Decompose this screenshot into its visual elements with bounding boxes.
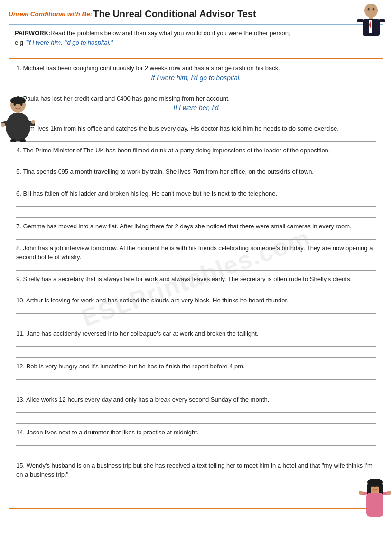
question-13: 13. Alice works 12 hours every day and o… bbox=[16, 395, 376, 424]
question-11: 11. Jane has accidently reversed into he… bbox=[16, 329, 376, 358]
question-14-text: 14. Jason lives next to a drummer that l… bbox=[16, 428, 376, 437]
question-2-line bbox=[16, 113, 376, 120]
question-8-line bbox=[16, 263, 376, 271]
question-15-text: 15. Wendy's husband is on a business tri… bbox=[16, 461, 376, 480]
question-1-text: 1. Michael has been coughing continuousl… bbox=[16, 64, 376, 73]
question-14: 14. Jason lives next to a drummer that l… bbox=[16, 428, 376, 457]
svg-point-19 bbox=[14, 103, 16, 106]
question-6: 6. Bill has fallen off his ladder and br… bbox=[16, 189, 376, 218]
question-3-text: 3. Tom lives 1km from his office and cat… bbox=[16, 124, 376, 133]
question-7: 7. Gemma has moved into a new flat. Afte… bbox=[16, 222, 376, 240]
question-5: 5. Tina spends €95 a month travelling to… bbox=[16, 167, 376, 185]
page-header: Unreal Conditional with Be: The Unreal C… bbox=[9, 9, 383, 19]
question-10-line bbox=[16, 306, 376, 314]
question-3-line bbox=[16, 134, 376, 142]
question-12-line bbox=[16, 372, 376, 380]
pairwork-instruction-box: PAIRWORK:Read the problems below and the… bbox=[9, 24, 383, 51]
question-11-line bbox=[16, 339, 376, 347]
question-6-line2 bbox=[16, 210, 376, 218]
decorative-person-right bbox=[359, 479, 391, 532]
question-15: 15. Wendy's husband is on a business tri… bbox=[16, 461, 376, 499]
svg-point-33 bbox=[377, 485, 379, 487]
svg-rect-22 bbox=[20, 139, 26, 142]
question-5-text: 5. Tina spends €95 a month travelling to… bbox=[16, 167, 376, 177]
header-title: The Unreal Conditional Advisor Test bbox=[93, 9, 256, 19]
question-15-line2 bbox=[16, 492, 376, 499]
question-7-line bbox=[16, 232, 376, 240]
question-9: 9. Shelly has a secretary that is always… bbox=[16, 274, 376, 292]
question-6-text: 6. Bill has fallen off his ladder and br… bbox=[16, 189, 376, 198]
pairwork-text: Read the problems below and then say wha… bbox=[50, 29, 290, 37]
question-11-text: 11. Jane has accidently reversed into he… bbox=[16, 329, 376, 339]
question-1-line bbox=[16, 83, 376, 90]
question-5-line bbox=[16, 178, 376, 185]
question-2: 2. Paula has lost her credit card and €4… bbox=[16, 94, 376, 121]
question-10-text: 10. Arthur is leaving for work and has n… bbox=[16, 296, 376, 305]
svg-point-11 bbox=[373, 8, 374, 10]
question-12: 12. Bob is very hungry and it's lunchtim… bbox=[16, 362, 376, 391]
question-6-line bbox=[16, 199, 376, 207]
question-13-line bbox=[16, 405, 376, 413]
question-8: 8. John has a job interview tomorrow. At… bbox=[16, 244, 376, 271]
question-4: 4. The Prime Minister of The UK has been… bbox=[16, 146, 376, 164]
question-4-text: 4. The Prime Minister of The UK has been… bbox=[16, 146, 376, 155]
svg-point-7 bbox=[369, 14, 373, 18]
svg-point-32 bbox=[371, 485, 373, 487]
svg-point-14 bbox=[6, 113, 30, 141]
svg-rect-21 bbox=[10, 139, 16, 142]
question-4-line bbox=[16, 156, 376, 163]
question-11-line2 bbox=[16, 350, 376, 358]
question-9-text: 9. Shelly has a secretary that is always… bbox=[16, 274, 376, 284]
svg-point-20 bbox=[20, 103, 23, 106]
svg-point-10 bbox=[368, 8, 370, 10]
question-1: 1. Michael has been coughing continuousl… bbox=[16, 64, 376, 90]
question-2-text: 2. Paula has lost her credit card and €4… bbox=[16, 94, 376, 103]
question-13-text: 13. Alice works 12 hours every day and o… bbox=[16, 395, 376, 404]
question-12-line2 bbox=[16, 384, 376, 391]
header-subtitle: Unreal Conditional with Be: bbox=[9, 10, 92, 18]
pairwork-example-prefix: e.g bbox=[15, 39, 25, 46]
question-8-text: 8. John has a job interview tomorrow. At… bbox=[16, 244, 376, 262]
pairwork-example: "If I were him, I'd go to hospital." bbox=[25, 39, 113, 46]
question-10-line2 bbox=[16, 318, 376, 325]
question-2-answer: If I were her, I'd bbox=[16, 104, 376, 112]
decorative-person-left bbox=[1, 97, 35, 144]
question-10: 10. Arthur is leaving for work and has n… bbox=[16, 296, 376, 325]
question-3: 3. Tom lives 1km from his office and cat… bbox=[16, 124, 376, 142]
pairwork-label: PAIRWORK: bbox=[15, 29, 50, 37]
svg-rect-6 bbox=[379, 19, 385, 22]
question-13-line2 bbox=[16, 416, 376, 424]
question-1-answer: If I were him, I'd go to hospital. bbox=[16, 74, 376, 82]
question-9-line bbox=[16, 284, 376, 292]
decorative-person-top-right bbox=[353, 4, 385, 39]
question-12-text: 12. Bob is very hungry and it's lunchtim… bbox=[16, 362, 376, 371]
svg-rect-5 bbox=[357, 19, 364, 22]
question-14-line bbox=[16, 438, 376, 446]
svg-rect-27 bbox=[366, 493, 383, 517]
page: ESLPrintables.com Unreal Conditional wit… bbox=[0, 0, 392, 555]
question-15-line bbox=[16, 480, 376, 488]
question-14-line2 bbox=[16, 450, 376, 457]
question-7-text: 7. Gemma has moved into a new flat. Afte… bbox=[16, 222, 376, 231]
questions-box: 1. Michael has been coughing continuousl… bbox=[9, 58, 383, 509]
